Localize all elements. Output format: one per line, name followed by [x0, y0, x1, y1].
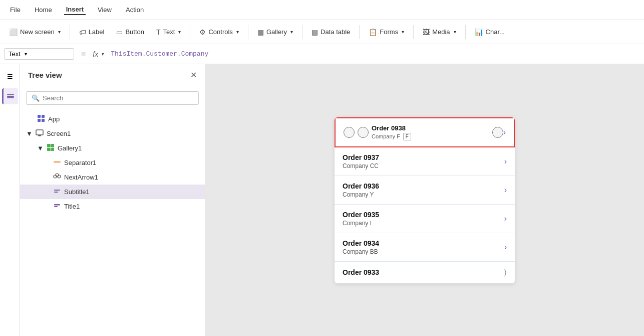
label-button[interactable]: 🏷 Label	[74, 26, 110, 38]
app-icon	[37, 114, 45, 124]
canvas-area[interactable]: Order 0938 Company F F › Order 0937 Comp…	[205, 64, 644, 336]
media-icon: 🖼	[423, 28, 430, 36]
row4-title: Order 0934	[343, 239, 504, 247]
divider-4	[302, 25, 302, 39]
row2-content: Order 0936 Company Y	[343, 182, 504, 198]
menu-home[interactable]: Home	[33, 5, 54, 15]
demo-rect: F	[403, 133, 411, 140]
svg-rect-18	[54, 192, 58, 193]
row0-subtitle: Company F	[372, 133, 400, 139]
row5-content: Order 0933	[343, 268, 504, 276]
row3-content: Order 0935 Company I	[343, 211, 504, 227]
row1-subtitle: Company CC	[343, 162, 504, 170]
formula-dropdown-value: Text	[9, 50, 21, 58]
svg-rect-6	[42, 119, 45, 122]
row5-arrow: ⟩	[504, 268, 507, 277]
svg-rect-7	[36, 130, 43, 135]
tree-item-gallery1[interactable]: ▼ Gallery1	[20, 141, 205, 155]
tree-item-separator1[interactable]: Separator1	[20, 155, 205, 170]
text-chevron: ▾	[178, 29, 181, 35]
label-icon: 🏷	[79, 28, 86, 36]
controls-button[interactable]: ⚙ Controls ▾	[194, 26, 243, 38]
formula-fx-area[interactable]: fx ▾	[93, 50, 104, 58]
menu-file[interactable]: File	[8, 5, 23, 15]
charts-button[interactable]: 📊 Char...	[470, 26, 510, 38]
gallery-row-1[interactable]: Order 0937 Company CC ›	[335, 147, 515, 176]
row4-arrow: ›	[504, 243, 507, 252]
gallery-row-0[interactable]: Order 0938 Company F F ›	[335, 117, 515, 147]
app-label: App	[48, 115, 60, 123]
forms-button[interactable]: 📋 Forms ▾	[364, 26, 409, 38]
screen-icon	[36, 129, 44, 138]
row1-arrow: ›	[504, 157, 507, 166]
row0-title: Order 0938	[372, 124, 489, 132]
search-input[interactable]	[43, 94, 193, 102]
data-table-button[interactable]: ▤ Data table	[306, 26, 355, 38]
main-content: ☰ Tree view ✕ 🔍 App	[0, 64, 644, 336]
tree-item-app[interactable]: App	[20, 112, 205, 126]
subtitle1-label: Subtitle1	[64, 188, 90, 196]
divider-6	[413, 25, 414, 39]
screen1-expand: ▼	[26, 130, 33, 137]
gallery-row-3[interactable]: Order 0935 Company I ›	[335, 205, 515, 233]
menu-insert[interactable]: Insert	[64, 5, 86, 15]
formula-input[interactable]	[108, 49, 640, 59]
gallery-icon: ▦	[257, 28, 264, 36]
hamburger-icon[interactable]: ☰	[2, 68, 18, 84]
row2-title: Order 0936	[343, 182, 504, 190]
svg-rect-13	[54, 161, 61, 162]
gallery-row-2[interactable]: Order 0936 Company Y ›	[335, 176, 515, 205]
gallery1-expand: ▼	[37, 144, 44, 152]
menu-view[interactable]: View	[96, 5, 114, 15]
tree-header: Tree view ✕	[20, 64, 205, 86]
tree-item-title1[interactable]: Title1	[20, 199, 205, 214]
left-nav: ☰	[0, 64, 20, 336]
svg-rect-3	[38, 115, 41, 118]
separator1-label: Separator1	[64, 159, 96, 166]
formula-bar: Text ▾ = fx ▾	[0, 44, 644, 64]
tree-item-screen1[interactable]: ▼ Screen1	[20, 126, 205, 141]
svg-rect-4	[42, 115, 45, 118]
formula-dropdown[interactable]: Text ▾	[4, 48, 74, 60]
row4-content: Order 0934 Company BB	[343, 239, 504, 255]
tree-item-subtitle1[interactable]: Subtitle1	[20, 185, 205, 199]
row2-subtitle: Company Y	[343, 191, 504, 198]
formula-dropdown-chevron: ▾	[25, 51, 27, 57]
next-arrow-icon	[53, 173, 61, 182]
charts-icon: 📊	[475, 28, 483, 36]
row0-arrow: ›	[503, 128, 506, 137]
tree-panel: Tree view ✕ 🔍 App ▼ Screen1	[20, 64, 205, 336]
search-icon: 🔍	[32, 94, 40, 102]
svg-rect-20	[54, 206, 58, 207]
svg-rect-9	[47, 144, 51, 147]
divider-3	[248, 25, 248, 39]
separator-icon	[53, 158, 61, 167]
button-button[interactable]: ▭ Button	[111, 26, 149, 38]
svg-rect-0	[7, 94, 14, 95]
layers-icon[interactable]	[2, 88, 18, 104]
menu-action[interactable]: Action	[124, 5, 146, 15]
row3-title: Order 0935	[343, 211, 504, 219]
svg-rect-17	[54, 190, 60, 191]
media-button[interactable]: 🖼 Media ▾	[418, 26, 461, 38]
new-screen-button[interactable]: ⬜ New screen ▾	[4, 26, 66, 38]
media-chevron: ▾	[454, 29, 456, 35]
screen1-label: Screen1	[47, 130, 71, 137]
row4-subtitle: Company BB	[343, 248, 504, 255]
controls-chevron: ▾	[236, 29, 239, 35]
gallery-chevron: ▾	[290, 29, 293, 35]
row2-arrow: ›	[504, 186, 507, 195]
forms-chevron: ▾	[402, 29, 404, 35]
forms-icon: 📋	[369, 28, 377, 36]
nextarrow1-label: NextArrow1	[64, 174, 98, 181]
controls-icon: ⚙	[199, 28, 206, 36]
gallery-row-4[interactable]: Order 0934 Company BB ›	[335, 233, 515, 262]
button-icon: ▭	[116, 28, 123, 36]
gallery-button[interactable]: ▦ Gallery ▾	[252, 26, 298, 38]
row5-title: Order 0933	[343, 268, 504, 276]
tree-close-button[interactable]: ✕	[190, 70, 197, 80]
tree-item-nextarrow1[interactable]: NextArrow1	[20, 170, 205, 185]
row1-content: Order 0937 Company CC	[343, 153, 504, 170]
text-button[interactable]: T Text ▾	[151, 26, 186, 38]
gallery-row-5[interactable]: Order 0933 ⟩	[335, 262, 515, 283]
